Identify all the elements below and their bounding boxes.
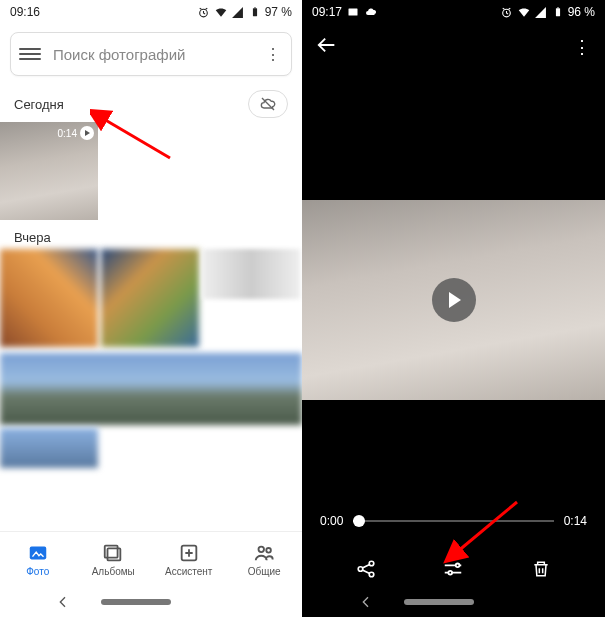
photo-thumbnail[interactable] bbox=[0, 428, 98, 468]
nav-assistant-label: Ассистент bbox=[165, 566, 212, 577]
photo-thumbnail[interactable] bbox=[202, 249, 300, 299]
photos-app-screen: 09:16 97 % Поиск фотографий ⋮ Сегодня bbox=[0, 0, 302, 617]
scrubber[interactable] bbox=[353, 511, 553, 531]
scrubber-row: 0:00 0:14 bbox=[302, 511, 605, 531]
nav-sharing[interactable]: Общие bbox=[227, 532, 303, 587]
search-bar[interactable]: Поиск фотографий ⋮ bbox=[10, 32, 292, 76]
svg-rect-13 bbox=[557, 7, 559, 8]
play-button[interactable] bbox=[432, 278, 476, 322]
image-icon bbox=[346, 5, 360, 19]
share-button[interactable] bbox=[354, 557, 378, 581]
today-grid: 0:14 bbox=[0, 122, 302, 220]
alarm-icon bbox=[500, 5, 514, 19]
video-duration-badge: 0:14 bbox=[58, 126, 94, 140]
video-frame[interactable] bbox=[302, 200, 605, 400]
more-button[interactable]: ⋮ bbox=[573, 36, 591, 58]
share-icon bbox=[355, 558, 377, 580]
system-nav bbox=[0, 587, 302, 617]
section-yesterday-title: Вчера bbox=[0, 220, 302, 249]
svg-rect-10 bbox=[349, 9, 358, 16]
photos-icon bbox=[27, 542, 49, 564]
nav-sharing-label: Общие bbox=[248, 566, 281, 577]
albums-icon bbox=[102, 542, 124, 564]
system-nav bbox=[302, 587, 605, 617]
cloud-icon bbox=[364, 5, 378, 19]
photo-thumbnail[interactable] bbox=[101, 249, 199, 347]
system-home[interactable] bbox=[404, 599, 474, 605]
system-back[interactable] bbox=[55, 594, 71, 610]
search-placeholder: Поиск фотографий bbox=[53, 46, 263, 63]
back-button[interactable] bbox=[316, 34, 338, 61]
nav-photos-label: Фото bbox=[26, 566, 49, 577]
status-indicators: 97 % bbox=[197, 5, 292, 19]
video-duration: 0:14 bbox=[58, 128, 77, 139]
more-icon[interactable]: ⋮ bbox=[263, 45, 283, 64]
video-topbar: ⋮ bbox=[302, 24, 605, 70]
status-indicators: 96 % bbox=[500, 5, 595, 19]
time-duration: 0:14 bbox=[564, 514, 587, 528]
delete-button[interactable] bbox=[529, 557, 553, 581]
status-bar: 09:16 97 % bbox=[0, 0, 302, 24]
svg-point-8 bbox=[267, 548, 272, 553]
arrow-left-icon bbox=[316, 34, 338, 56]
assistant-icon bbox=[178, 542, 200, 564]
status-time: 09:17 bbox=[312, 5, 342, 19]
svg-point-7 bbox=[259, 547, 265, 553]
status-bar: 09:17 96 % bbox=[302, 0, 605, 24]
svg-point-18 bbox=[449, 571, 453, 575]
video-player-screen: 09:17 96 % ⋮ 0:00 bbox=[302, 0, 605, 617]
edit-button[interactable] bbox=[441, 557, 465, 581]
status-time: 09:16 bbox=[10, 5, 40, 19]
photo-thumbnail[interactable] bbox=[0, 249, 98, 347]
svg-rect-1 bbox=[253, 8, 257, 16]
svg-rect-3 bbox=[30, 547, 47, 560]
searchbar-container: Поиск фотографий ⋮ bbox=[0, 24, 302, 84]
battery-percent: 96 % bbox=[568, 5, 595, 19]
alarm-icon bbox=[197, 5, 211, 19]
scrubber-thumb[interactable] bbox=[353, 515, 365, 527]
sharing-icon bbox=[253, 542, 275, 564]
section-today-header: Сегодня bbox=[0, 84, 302, 122]
play-icon bbox=[80, 126, 94, 140]
svg-rect-12 bbox=[556, 8, 560, 16]
sliders-icon bbox=[442, 558, 464, 580]
wifi-icon bbox=[517, 5, 531, 19]
system-home[interactable] bbox=[101, 599, 171, 605]
battery-icon bbox=[551, 5, 565, 19]
trash-icon bbox=[531, 558, 551, 580]
photo-thumbnail[interactable] bbox=[0, 353, 302, 425]
video-thumbnail[interactable]: 0:14 bbox=[0, 122, 98, 220]
cloud-off-icon bbox=[258, 96, 278, 112]
time-current: 0:00 bbox=[320, 514, 343, 528]
bottom-nav: Фото Альбомы Ассистент Общие bbox=[0, 531, 302, 587]
signal-icon bbox=[534, 5, 548, 19]
battery-percent: 97 % bbox=[265, 5, 292, 19]
action-row bbox=[302, 557, 605, 581]
nav-photos[interactable]: Фото bbox=[0, 532, 76, 587]
system-back[interactable] bbox=[358, 594, 374, 610]
svg-rect-2 bbox=[254, 7, 256, 8]
nav-assistant[interactable]: Ассистент bbox=[151, 532, 227, 587]
svg-point-17 bbox=[456, 564, 460, 568]
yesterday-grid bbox=[0, 249, 302, 468]
nav-albums-label: Альбомы bbox=[92, 566, 135, 577]
wifi-icon bbox=[214, 5, 228, 19]
backup-off-button[interactable] bbox=[248, 90, 288, 118]
nav-albums[interactable]: Альбомы bbox=[76, 532, 152, 587]
section-today-title: Сегодня bbox=[14, 97, 64, 112]
signal-icon bbox=[231, 5, 245, 19]
menu-icon[interactable] bbox=[19, 43, 41, 65]
battery-icon bbox=[248, 5, 262, 19]
